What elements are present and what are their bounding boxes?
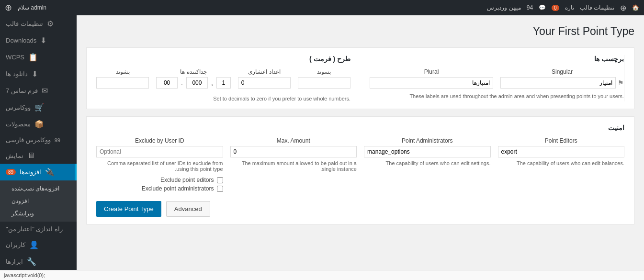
exclude-userid-input[interactable] (96, 146, 223, 157)
format-title: طرح ( فرمت ) (96, 55, 350, 63)
wp-logo-icon: ⊕ (5, 2, 12, 13)
addons-icon: 🔌 (45, 168, 55, 177)
notifications-badge: 0 (552, 5, 559, 11)
downloads-icon: ⬇ (40, 36, 46, 45)
page-title: Your First Point Type (86, 25, 634, 38)
point-admins-field: Point Administrators .The capability of … (364, 137, 491, 194)
wc-fa-icon: 99 (55, 137, 60, 143)
exclude-admins-checkbox[interactable] (217, 186, 223, 192)
advanced-button[interactable]: Advanced (166, 201, 210, 217)
separator-row: . , (156, 77, 231, 89)
users-label: کاربران (6, 241, 25, 248)
sidebar-item-contact[interactable]: ✉ فرم تماس 7 (0, 82, 77, 99)
max-amount-field: Max. Amount The maximum amount allowed t… (230, 137, 357, 194)
separator-val2[interactable] (186, 77, 208, 89)
point-editors-input[interactable] (498, 146, 625, 157)
exclude-admins-label: Exclude point administrators (142, 185, 214, 192)
sidebar-item-contact-label: فرم تماس 7 (6, 87, 38, 94)
singular-input[interactable] (500, 77, 616, 89)
labels-title: برچسب ها (370, 55, 624, 63)
sidebar-item-wcps-label: WCPS (6, 54, 24, 61)
sidebar-sub-add[interactable]: افزودن (0, 195, 77, 207)
sidebar-item-download-ha-label: دانلود ها (6, 70, 28, 78)
format-note: .Set to decimals to zero if you prefer t… (96, 96, 350, 101)
sidebar-sub-installed[interactable]: افزونه‌های نصب‌شده (0, 182, 77, 195)
add-addon-label: افزودن (11, 198, 29, 204)
dot-sep: . (180, 79, 184, 87)
sidebar-item-download-ha[interactable]: ⬇ دانلود ها (0, 66, 77, 82)
exclude-admins-row: Exclude point administrators (96, 185, 223, 192)
admin-bar-user[interactable]: میهن وردپرس (487, 4, 520, 11)
separator-label: جداکننده ها (156, 68, 231, 75)
sidebar-item-theme-settings[interactable]: ⚙ تنظیمات قالب (0, 15, 77, 32)
point-admins-label: Point Administrators (364, 137, 491, 144)
sidebar-item-credit[interactable]: راه اندازی "اعتبار من" (0, 222, 77, 236)
admin-bar-wp-icon: ⊕ (620, 3, 626, 12)
sidebar-item-tools[interactable]: 🔧 ابزارها (0, 253, 77, 270)
status-text: javascript:void(0); (4, 272, 45, 278)
wcps-icon: 📋 (28, 53, 38, 62)
format-field-row: بسوند اعداد اعشاری جداکننده ها . (96, 68, 350, 91)
sidebar-item-woo[interactable]: 🛒 ووکامرس (0, 99, 77, 116)
exclude-editors-checkbox[interactable] (217, 177, 223, 183)
admin-bar-home-icon: 🏠 (632, 4, 639, 11)
suffix-input[interactable] (96, 77, 149, 89)
credit-label: راه اندازی "اعتبار من" (6, 225, 63, 233)
sidebar-item-downloads[interactable]: ⬇ Downloads (0, 32, 77, 49)
exclude-note: Comma separated list of user IDs to excl… (96, 160, 223, 172)
sidebar-item-products[interactable]: 📦 محصولات (0, 116, 77, 133)
editor-label: ویرایشگر (11, 210, 34, 217)
sidebar-item-wcps[interactable]: 📋 WCPS (0, 49, 77, 66)
labels-format-section: برچسب ها Singular ⚑ Plural (86, 47, 634, 109)
plural-label: Plural (370, 68, 493, 75)
form-columns-top: برچسب ها Singular ⚑ Plural (96, 55, 624, 101)
theme-settings-icon: ⚙ (47, 19, 54, 28)
security-grid: Point Editors .The capability of users w… (96, 137, 624, 194)
separator-group: جداکننده ها . , (156, 68, 231, 91)
sidebar-item-woo-label: ووکامرس (6, 104, 31, 111)
exclude-userid-label: Exclude by User ID (96, 137, 223, 144)
contact-icon: ✉ (42, 86, 48, 95)
sidebar-submenu: افزونه‌های نصب‌شده افزودن ویرایشگر (0, 180, 77, 222)
users-icon: 👤 (29, 240, 39, 249)
create-point-type-button[interactable]: Create Point Type (96, 201, 161, 217)
exclude-editors-row: Exclude point editors (96, 177, 223, 183)
format-column: طرح ( فرمت ) بسوند اعداد اعشاری جداکننده… (96, 55, 360, 101)
addons-badge: 89 (6, 169, 16, 175)
woo-icon: 🛒 (34, 103, 44, 112)
products-icon: 📦 (34, 120, 44, 129)
status-bar: javascript:void(0); (0, 270, 644, 280)
labels-note: .These labels are used throughout the ad… (370, 93, 624, 99)
sidebar-item-addons-label: افزونه‌ها (20, 168, 41, 176)
singular-group: Singular ⚑ (500, 68, 624, 89)
admin-bar: ⊕ سلام admin 🏠 ⊕ تنظیمات قالب تازه 0 💬 9… (0, 0, 644, 15)
sidebar-item-display[interactable]: 🖥 نمایش (0, 147, 77, 164)
theme-settings-link[interactable]: تنظیمات قالب (580, 4, 614, 11)
decimals-input[interactable] (238, 77, 291, 89)
admin-bar-right: 🏠 ⊕ تنظیمات قالب تازه 0 💬 94 میهن وردپرس (487, 3, 639, 12)
exclude-editors-label: Exclude point editors (160, 177, 214, 183)
plural-input[interactable] (370, 77, 493, 89)
prefix-label: بسوند (298, 68, 350, 75)
download-ha-icon: ⬇ (32, 69, 38, 78)
admin-bar-new[interactable]: تازه (565, 4, 574, 11)
max-amount-label: Max. Amount (230, 137, 357, 144)
admin-bar-left: ⊕ سلام admin (5, 2, 46, 13)
separator-val1[interactable] (216, 77, 231, 89)
sidebar-item-wc-fa[interactable]: 99 ووکامرس فارسی (0, 133, 77, 147)
prefix-input[interactable] (298, 77, 350, 89)
point-editors-field: Point Editors .The capability of users w… (498, 137, 625, 194)
sidebar: ⚙ تنظیمات قالب ⬇ Downloads 📋 WCPS ⬇ دانل… (0, 15, 77, 280)
max-amount-input[interactable] (230, 146, 357, 157)
singular-label: Singular (500, 68, 624, 75)
sidebar-item-users[interactable]: 👤 کاربران (0, 236, 77, 253)
point-admins-input[interactable] (364, 146, 491, 157)
exclude-userid-field: Exclude by User ID Comma separated list … (96, 137, 223, 194)
separator-val3[interactable] (156, 77, 178, 89)
sidebar-item-addons[interactable]: 🔌 افزونه‌ها 89 (0, 164, 77, 180)
comments-icon: 💬 (539, 4, 546, 11)
sidebar-item-theme-label: تنظیمات قالب (6, 20, 43, 27)
sidebar-sub-editor[interactable]: ویرایشگر (0, 207, 77, 220)
site-name: سلام admin (18, 4, 46, 11)
sidebar-item-products-label: محصولات (6, 121, 31, 128)
